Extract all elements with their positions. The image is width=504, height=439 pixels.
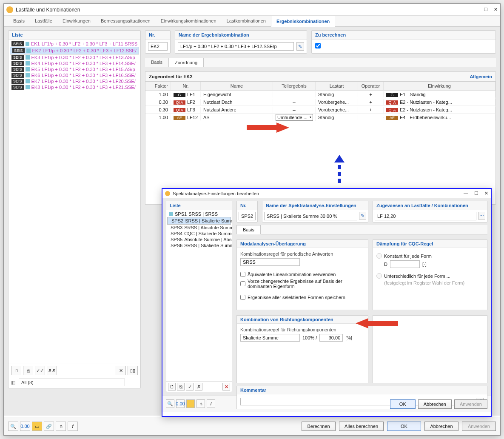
window-title: Lastfälle und Kombinationen (16, 7, 473, 13)
richt-value-input[interactable] (319, 334, 343, 342)
inner-maximize-icon[interactable]: ☐ (474, 191, 478, 196)
nr-input[interactable] (148, 42, 168, 51)
ok-button[interactable]: OK (387, 422, 421, 431)
uncheck-all-icon[interactable]: ✗✗ (47, 366, 57, 375)
filter-icon: ◧ (11, 380, 15, 385)
sps-list-item[interactable]: SPS3SRSS | Absolute Summe (167, 225, 231, 231)
inner-cancel-button[interactable]: Abbrechen (418, 399, 452, 409)
sps-unchk-icon[interactable]: ✗ (195, 383, 202, 391)
list-header: Liste (9, 31, 140, 40)
name-input[interactable] (178, 42, 294, 51)
sps-list-item[interactable]: SPS6SRSS | Skalierte Summe 100. (167, 242, 231, 248)
sps-copy-icon[interactable]: ⎘ (177, 383, 185, 391)
copy-icon[interactable]: ⎘ (23, 366, 33, 375)
sps-delete-icon[interactable]: ✕ (222, 383, 230, 391)
sps-chk-icon[interactable]: ✓ (186, 383, 194, 391)
inner-minimize-icon[interactable]: — (464, 191, 468, 196)
sps-name-input[interactable] (264, 212, 357, 220)
table-row[interactable]: 0.30 Ql ALF3 Nutzlast Andere -- Vorüberg… (145, 106, 495, 114)
tab-einwirkungen[interactable]: Einwirkungen (57, 16, 96, 26)
berechnen-button[interactable]: Berechnen (302, 422, 336, 431)
table-row[interactable]: 1.00 AELF12 AS Umhüllende ...▾Umhüllende… (145, 114, 495, 121)
inner-tree-icon[interactable]: ⋔ (196, 399, 205, 408)
list-item[interactable]: SEISEK3LF1/p + 0.30 * LF2 + 0.30 * LF3 +… (10, 54, 139, 60)
list-item[interactable]: SEISEK4LF1/p + 0.30 * LF2 + 0.30 * LF3 +… (10, 60, 139, 66)
sps-name-header: Name der Spektralanalyse-Einstellungen (262, 201, 368, 210)
nr-header: Nr. (145, 31, 170, 40)
subtab-zuordnung[interactable]: Zuordnung (168, 58, 204, 67)
close-icon[interactable]: ✕ (494, 7, 498, 12)
assign-header: Zugeordnet für EK2 Allgemein (145, 71, 496, 81)
calc-checkbox[interactable] (315, 43, 321, 48)
annotation-arrow-blue (334, 155, 345, 190)
delete-icon[interactable]: ✕ (116, 366, 126, 375)
new-icon[interactable]: 🗋 (11, 366, 21, 375)
tab-einwirkungskomb[interactable]: Einwirkungskombinationen (156, 16, 222, 26)
list-item[interactable]: SEISEK5LF1/p + 0.30 * LF2 + 0.30 * LF3 +… (10, 66, 139, 72)
table-row[interactable]: 1.00 GLF1 Eigengewicht -- Ständig + GE1 … (145, 91, 495, 98)
tab-basis[interactable]: Basis (8, 16, 30, 26)
inner-close-icon[interactable]: ✕ (484, 191, 488, 196)
teilergebnis-dropdown[interactable]: Umhüllende ...▾Umhüllende der skalierten… (276, 114, 313, 121)
columns-icon[interactable]: ▯▯ (128, 366, 138, 375)
sps-list-item[interactable]: SPS1SRSS | SRSS (167, 211, 231, 217)
annotation-arrow-red-1 (247, 123, 289, 133)
inner-ok-button[interactable]: OK (390, 399, 416, 409)
sps-nr-panel: Nr. (236, 201, 258, 222)
richt-group: Kombination von Richtungskomponenten Kom… (236, 315, 368, 383)
color-icon[interactable]: ▭ (32, 422, 42, 431)
inner-fx-icon[interactable]: f (207, 399, 215, 408)
abbrechen-button[interactable]: Abbrechen (424, 422, 458, 431)
tab-ergebniskomb[interactable]: Ergebniskombinationen (271, 16, 335, 27)
fx-icon[interactable]: f (68, 422, 78, 431)
subtab-basis[interactable]: Basis (145, 58, 168, 67)
chk-equiv: Äquivalente Linearkombination verwenden (240, 272, 364, 277)
minimize-icon[interactable]: — (473, 7, 478, 12)
svg-rect-4 (338, 179, 341, 183)
sps-new-icon[interactable]: 🗋 (168, 383, 176, 391)
table-row[interactable]: 0.30 Ql ALF2 Nutzlast Dach -- Vorübergeh… (145, 98, 495, 106)
main-titlebar: Lastfälle und Kombinationen — ☐ ✕ (4, 4, 500, 16)
sps-list-item[interactable]: SPS4CQC | Skalierte Summe 30.0 (167, 231, 231, 237)
sps-list[interactable]: SPS1SRSS | SRSSSPS2SRSS | Skalierte Summ… (166, 210, 232, 381)
list-item[interactable]: SEISEK7LF1/p + 0.30 * LF2 + 0.30 * LF3 +… (10, 78, 139, 84)
zoom-icon[interactable]: 🔍 (8, 422, 18, 431)
inner-window: Spektralanalyse-Einstellungen bearbeiten… (162, 188, 492, 417)
col-teil: Teilergebnis (273, 82, 316, 90)
sps-nr-header: Nr. (237, 201, 257, 210)
list-item[interactable]: SEISEK8LF1/p + 0.30 * LF2 + 0.30 * LF3 +… (10, 84, 139, 90)
combination-list[interactable]: SEISEK1LF1/p + 0.30 * LF2 + 0.30 * LF3 +… (9, 40, 140, 364)
net-icon[interactable]: ⋔ (56, 422, 66, 431)
inner-zoom-icon[interactable]: 🔍 (166, 399, 174, 408)
list-item[interactable]: SEISEK1LF1/p + 0.30 * LF2 + 0.30 * LF3 +… (10, 41, 139, 47)
sps-list-item[interactable]: SPS2SRSS | Skalierte Summe 30.0 (167, 217, 231, 225)
richt-rule-select[interactable] (240, 334, 300, 342)
check-all-icon[interactable]: ✓✓ (35, 366, 45, 375)
sps-edit-icon[interactable]: ✎ (359, 212, 366, 220)
sps-tab-basis[interactable]: Basis (236, 225, 261, 234)
list-item[interactable]: SEISEK2LF1/p + 0.30 * LF2 + 0.30 * LF3 +… (10, 47, 139, 54)
damp-group: Dämpfung für CQC-Regel Konstant für jede… (373, 239, 487, 310)
list-item[interactable]: SEISEK6LF1/p + 0.30 * LF2 + 0.30 * LF3 +… (10, 72, 139, 78)
richt-unit: [%] (345, 335, 352, 340)
sps-assigned-input[interactable] (375, 212, 476, 220)
tab-lastfaelle[interactable]: Lastfälle (30, 16, 57, 26)
assign-title: Zugeordnet für EK2 (149, 74, 193, 79)
inner-color-icon[interactable] (186, 399, 195, 408)
filter-select[interactable] (19, 379, 125, 386)
sps-nr-input[interactable] (239, 212, 256, 220)
sps-list-item[interactable]: SPS5Absolute Summe | Absolute (167, 237, 231, 242)
units-icon[interactable]: 0.00 (20, 422, 30, 431)
sps-assigned-more-icon[interactable]: ⋯ (478, 212, 485, 220)
inner-app-icon (165, 191, 170, 196)
edit-name-icon[interactable]: ✎ (296, 42, 304, 51)
link-icon[interactable]: 🔗 (44, 422, 54, 431)
alles-berechnen-button[interactable]: Alles berechnen (339, 422, 384, 431)
tab-lastkomb[interactable]: Lastkombinationen (222, 16, 271, 26)
annotation-arrow-red-2 (356, 318, 398, 328)
maximize-icon[interactable]: ☐ (484, 7, 488, 12)
inner-units-icon[interactable]: 0.00 (176, 399, 185, 408)
tab-bemessung[interactable]: Bemessungssituationen (96, 16, 156, 26)
modal-rule-select[interactable] (240, 258, 300, 266)
assign-right[interactable]: Allgemein (470, 74, 492, 79)
